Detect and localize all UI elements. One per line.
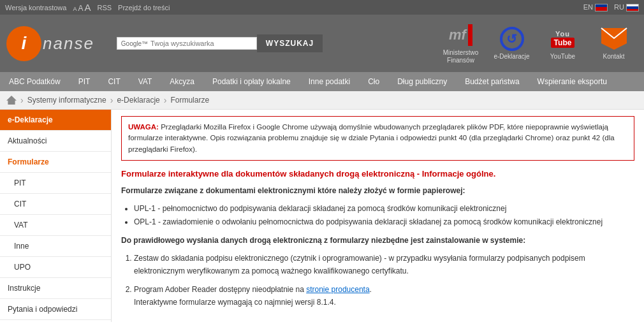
font-large[interactable]: A	[84, 2, 91, 13]
edekl-icon: ↺	[497, 26, 527, 52]
warning-box: UWAGA: Przeglądarki Mozilla Firefox i Go…	[121, 116, 634, 161]
sidebar-item-pit[interactable]: PIT	[0, 173, 111, 194]
breadcrumb-edekl[interactable]: e-Deklaracje	[117, 96, 159, 105]
content-layout: e-Deklaracje Aktualności Formularze PIT …	[0, 110, 644, 322]
rss-link[interactable]: RSS	[97, 4, 112, 11]
numbered-item-2-before: Program Adober Reader dostępny nieodpłat…	[134, 285, 306, 294]
bullet-item-2: OPL-1 - zawiadomienie o odwołaniu pełnom…	[134, 215, 634, 228]
search-wrap: Google™	[117, 37, 257, 50]
para2-text: Do prawidłowego wysłania danych drogą el…	[121, 236, 525, 245]
breadcrumb-sep-3: ›	[164, 95, 167, 105]
sidebar-item-edekl[interactable]: e-Deklaracje	[0, 110, 111, 131]
edekl-label: e-Deklaracje	[494, 53, 529, 61]
kontakt-icon-item[interactable]: Kontakt	[590, 26, 638, 61]
breadcrumb-sep-1: ›	[20, 95, 24, 105]
nav-vat[interactable]: VAT	[129, 72, 161, 91]
warning-uwaga: UWAGA:	[128, 123, 159, 131]
header-icons: mf MinisterstwoFinansów ↺ e-Deklaracje Y…	[437, 22, 638, 64]
sidebar-item-inne[interactable]: Inne	[0, 236, 111, 257]
nav-wspieranie[interactable]: Wspieranie eksportu	[529, 72, 616, 91]
lang-ru[interactable]: RU	[614, 3, 639, 11]
youtube-icon-item[interactable]: You Tube YouTube	[539, 26, 587, 61]
nav-budzet[interactable]: Budżet państwa	[456, 72, 528, 91]
breadcrumb-systemy[interactable]: Systemy informatyczne	[27, 96, 106, 105]
numbered-item-2-link[interactable]: stronie producenta	[306, 285, 369, 294]
search-input[interactable]	[150, 40, 227, 47]
ministerstwo-icon: mf	[446, 22, 476, 48]
lang-en[interactable]: EN	[583, 3, 608, 11]
nav-cit[interactable]: CIT	[99, 72, 129, 91]
logo[interactable]: i nanse	[6, 26, 94, 61]
nav-dlug[interactable]: Dług publiczny	[388, 72, 456, 91]
sidebar-item-cit[interactable]: CIT	[0, 194, 111, 215]
sidebar: e-Deklaracje Aktualności Formularze PIT …	[0, 110, 112, 322]
edekl-icon-item[interactable]: ↺ e-Deklaracje	[488, 26, 536, 61]
breadcrumb: › Systemy informatyczne › e-Deklaracje ›…	[0, 91, 644, 110]
search-area: Google™ WYSZUKAJ	[117, 34, 427, 52]
nav-abc[interactable]: ABC Podatków	[0, 72, 70, 91]
sidebar-item-pytania[interactable]: Pytania i odpowiedzi	[0, 299, 111, 320]
kontakt-icon	[599, 26, 629, 52]
section-title: Formularze interaktywne dla dokumentów s…	[121, 168, 634, 180]
logo-text: nanse	[43, 34, 94, 54]
ministerstwo-label: MinisterstwoFinansów	[443, 49, 479, 64]
youtube-label: YouTube	[550, 53, 575, 61]
font-small[interactable]: A	[73, 6, 77, 12]
font-size-controls[interactable]: A A A	[73, 2, 91, 13]
font-med[interactable]: A	[78, 4, 83, 13]
sidebar-item-upo[interactable]: UPO	[0, 257, 111, 278]
skip-link[interactable]: Przejdź do treści	[118, 4, 170, 11]
top-bar: Wersja kontrastowa A A A RSS Przejdź do …	[0, 0, 644, 15]
ministerstwo-icon-item[interactable]: mf MinisterstwoFinansów	[437, 22, 485, 64]
nav-pit[interactable]: PIT	[70, 72, 99, 91]
warning-text: Przeglądarki Mozilla Firefox i Google Ch…	[128, 123, 615, 153]
numbered-list: Zestaw do składania podpisu elektroniczn…	[134, 252, 634, 309]
google-logo: Google™	[121, 40, 148, 47]
sidebar-item-aktualnosci[interactable]: Aktualności	[0, 131, 111, 152]
kontakt-label: Kontakt	[603, 53, 625, 61]
main-nav: ABC Podatków PIT CIT VAT Akcyza Podatki …	[0, 72, 644, 91]
breadcrumb-current: Formularze	[170, 96, 209, 105]
numbered-item-2: Program Adober Reader dostępny nieodpłat…	[134, 283, 634, 309]
sidebar-item-instrukcje[interactable]: Instrukcje	[0, 278, 111, 299]
numbered-item-1: Zestaw do składania podpisu elektroniczn…	[134, 252, 634, 278]
flag-en-icon	[595, 4, 608, 11]
nav-inne-podatki[interactable]: Inne podatki	[300, 72, 359, 91]
breadcrumb-sep-2: ›	[110, 95, 113, 105]
sidebar-item-vat[interactable]: VAT	[0, 215, 111, 236]
header: i nanse Google™ WYSZUKAJ mf Ministerstwo…	[0, 15, 644, 72]
bullet-item-1: UPL-1 - pełnomocnictwo do podpisywania d…	[134, 202, 634, 215]
nav-akcyza[interactable]: Akcyza	[161, 72, 203, 91]
sidebar-item-formularze[interactable]: Formularze	[0, 152, 111, 173]
para2: Do prawidłowego wysłania danych drogą el…	[121, 235, 634, 247]
search-button[interactable]: WYSZUKAJ	[257, 34, 323, 52]
para1: Formularze związane z dokumentami elektr…	[121, 185, 634, 197]
home-icon[interactable]	[6, 96, 17, 105]
bullet-list: UPL-1 - pełnomocnictwo do podpisywania d…	[134, 202, 634, 228]
flag-ru-icon	[626, 4, 639, 11]
main-content: UWAGA: Przeglądarki Mozilla Firefox i Go…	[112, 110, 644, 322]
logo-circle: i	[6, 26, 41, 61]
contrast-label[interactable]: Wersja kontrastowa	[5, 4, 66, 11]
para1-text: Formularze związane z dokumentami elektr…	[121, 186, 465, 195]
nav-clo[interactable]: Cło	[359, 72, 388, 91]
youtube-icon: You Tube	[548, 26, 578, 52]
nav-podatki-lokalne[interactable]: Podatki i opłaty lokalne	[203, 72, 300, 91]
